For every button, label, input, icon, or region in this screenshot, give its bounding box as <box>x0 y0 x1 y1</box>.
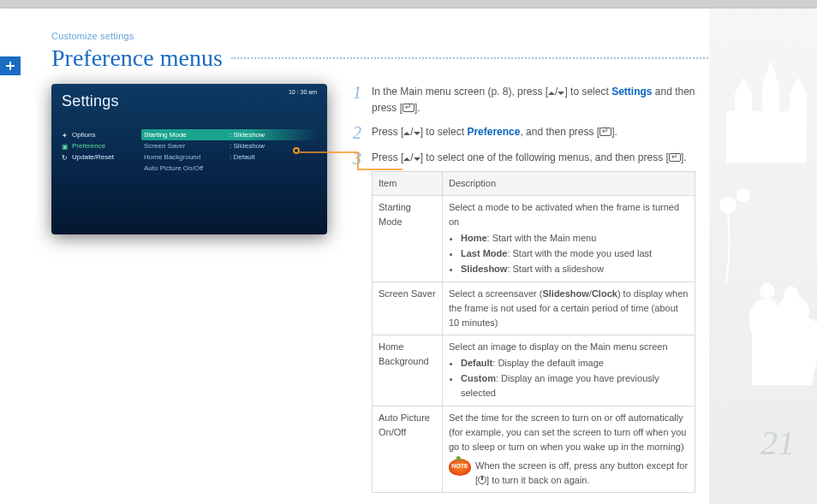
page-body: 10 : 30 am Settings ✦ Options ▣ Preferen… <box>51 84 783 504</box>
list-item: Default: Display the default image <box>461 356 689 371</box>
menu-row-starting-mode: Starting Mode : Slideshow <box>141 129 317 140</box>
section-tab <box>0 56 21 75</box>
menu-row-home-background: Home Background : Default <box>144 151 317 163</box>
svg-point-2 <box>719 197 736 214</box>
table-cell-item: Home Background <box>373 335 443 406</box>
table-cell-desc: Select an image to display on the Main m… <box>443 335 695 406</box>
side-illustration: 21 <box>709 9 817 504</box>
text: ] to select one of the following menus, … <box>420 151 669 163</box>
step-1: 1 In the Main menu screen (p. 8), press … <box>353 84 695 116</box>
option-label: Home <box>461 233 487 243</box>
nav-item-options: ✦ Options <box>62 129 132 140</box>
table-header-row: Item Description <box>373 171 695 195</box>
menu-label: Auto Picture On/Off <box>144 164 230 172</box>
text: ] to turn it back on again. <box>486 475 589 485</box>
step-4: 4 Press [/] or [/] to select an option, … <box>353 501 695 504</box>
menu-row-screen-saver: Screen Saver : Slideshow <box>144 140 317 151</box>
table-row: Starting Mode Select a mode to be activa… <box>373 195 695 282</box>
menu-value: : Slideshow <box>230 142 265 150</box>
option-label: Last Mode <box>461 248 507 258</box>
instruction-steps: 1 In the Main menu screen (p. 8), press … <box>353 84 695 504</box>
table-cell-item: Auto Picture On/Off <box>373 406 443 492</box>
table-header-desc: Description <box>443 171 695 195</box>
device-screenshot: 10 : 30 am Settings ✦ Options ▣ Preferen… <box>51 84 327 234</box>
preference-link: Preference <box>467 126 520 138</box>
option-label: Slideshow <box>542 288 588 299</box>
step-body: Press [/] or [/] to select an option, an… <box>372 501 695 504</box>
step-body: Press [/] to select Preference, and then… <box>372 124 695 141</box>
text: In the Main menu screen (p. 8), press [ <box>372 86 548 98</box>
svg-point-3 <box>736 188 750 202</box>
table-row: Auto Picture On/Off Set the time for the… <box>373 406 695 492</box>
up-icon <box>403 132 410 135</box>
down-icon <box>414 157 420 161</box>
device-nav: ✦ Options ▣ Preference ↻ Update/Reset <box>62 129 137 174</box>
text: ]. <box>414 102 420 114</box>
menu-value: : Slideshow <box>230 131 265 139</box>
device-columns: ✦ Options ▣ Preference ↻ Update/Reset <box>62 129 317 174</box>
list-item: Slideshow: Start with a slideshow <box>461 262 689 276</box>
enter-icon <box>599 127 611 136</box>
device-menu-list: Starting Mode : Slideshow Screen Saver :… <box>137 129 317 174</box>
title-divider <box>231 57 783 59</box>
step-number: 1 <box>353 84 365 116</box>
power-icon <box>478 476 486 484</box>
menu-label: Starting Mode <box>144 131 230 139</box>
step-number: 3 <box>353 150 365 492</box>
text: , and then press [ <box>520 126 599 138</box>
text: ]. <box>611 126 617 138</box>
callout-circle <box>293 147 300 154</box>
list-item: Home: Start with the Main menu <box>461 231 689 246</box>
text: Set the time for the screen to turn on o… <box>449 412 686 452</box>
table-row: Home Background Select an image to displ… <box>373 335 695 406</box>
nav-item-preference: ▣ Preference <box>62 140 132 151</box>
list-item: Custom: Display an image you have previo… <box>461 371 689 400</box>
table-cell-desc: Set the time for the screen to turn on o… <box>443 406 695 492</box>
text: Select a mode to be activated when the f… <box>449 202 679 227</box>
table-cell-desc: Select a mode to be activated when the f… <box>443 195 695 282</box>
device-clock: 10 : 30 am <box>289 89 317 95</box>
note-icon: NOTE <box>449 459 471 476</box>
up-icon <box>403 157 410 161</box>
table-cell-desc: Select a screensaver (Slideshow/Clock) t… <box>443 282 695 335</box>
text: ] to select <box>564 86 611 98</box>
manual-page: Customize settings Preference menus 10 :… <box>0 9 817 504</box>
option-text: : Display the default image <box>492 358 604 368</box>
settings-link: Settings <box>611 86 652 98</box>
note-text: When the screen is off, press any button… <box>475 459 689 488</box>
note: NOTE When the screen is off, press any b… <box>449 459 689 488</box>
table-cell-item: Screen Saver <box>373 282 443 335</box>
option-text: : Start with the mode you used last <box>507 248 652 258</box>
title-row: Preference menus <box>51 44 783 72</box>
option-label: Default <box>461 358 492 368</box>
device-wrap: 10 : 30 am Settings ✦ Options ▣ Preferen… <box>51 84 327 504</box>
svg-point-4 <box>760 283 775 299</box>
menu-value: : Default <box>230 153 255 161</box>
menu-row-auto-picture: Auto Picture On/Off <box>144 163 317 174</box>
refresh-icon: ↻ <box>62 154 69 161</box>
nav-label: Options <box>72 131 96 139</box>
text: Select a screensaver ( <box>449 288 542 299</box>
nav-item-update-reset: ↻ Update/Reset <box>62 151 132 163</box>
step-body: In the Main menu screen (p. 8), press [/… <box>372 84 695 116</box>
option-label: Clock <box>592 288 617 299</box>
table-row: Screen Saver Select a screensaver (Slide… <box>373 282 695 335</box>
page-number: 21 <box>760 423 795 463</box>
menu-label: Home Background <box>144 153 230 161</box>
step-2: 2 Press [/] to select Preference, and th… <box>353 124 695 141</box>
step-number: 4 <box>353 501 365 504</box>
down-icon <box>414 132 420 135</box>
step-3: 3 Press [/] to select one of the followi… <box>353 150 695 492</box>
callout-connector <box>300 137 403 188</box>
step-body: Press [/] to select one of the following… <box>372 150 695 492</box>
breadcrumb: Customize settings <box>51 31 783 41</box>
person-icon: ▣ <box>62 143 69 150</box>
option-label: Slideshow <box>461 264 507 274</box>
option-text: : Start with a slideshow <box>507 264 604 274</box>
menu-label: Screen Saver <box>144 142 230 150</box>
option-text: : Start with the Main menu <box>487 233 597 243</box>
table-cell-item: Starting Mode <box>373 195 443 282</box>
option-list: Home: Start with the Main menu Last Mode… <box>461 231 689 276</box>
menu-description-table: Item Description Starting Mode Select a … <box>372 171 695 493</box>
gear-icon: ✦ <box>62 132 69 139</box>
